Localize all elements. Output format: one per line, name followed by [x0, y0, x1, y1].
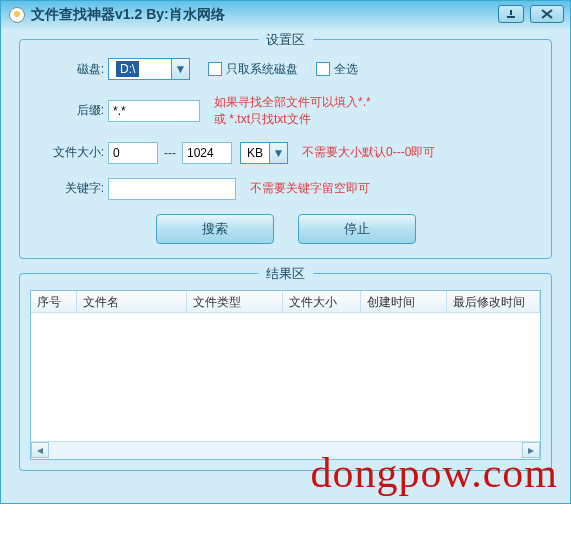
settings-legend: 设置区 — [258, 31, 313, 49]
suffix-hint: 如果寻找全部文件可以填入*.* 或 *.txt只找txt文件 — [214, 94, 371, 128]
size-unit-value: KB — [241, 146, 269, 160]
settings-fieldset: 设置区 磁盘: D:\ ▼ 只取系统磁盘 全选 后缀: 如果寻找全部文件可以填入… — [19, 39, 552, 259]
search-button[interactable]: 搜索 — [156, 214, 274, 244]
tray-icon — [506, 9, 516, 19]
scroll-left-icon[interactable]: ◂ — [31, 442, 49, 458]
keyword-hint: 不需要关键字留空即可 — [250, 180, 370, 197]
select-all-checkbox[interactable] — [316, 62, 330, 76]
app-icon — [9, 7, 25, 23]
size-dash: --- — [164, 146, 176, 160]
close-icon — [541, 9, 553, 19]
size-unit-select[interactable]: KB ▼ — [240, 142, 288, 164]
col-size[interactable]: 文件大小 — [283, 291, 361, 312]
disk-select[interactable]: D:\ ▼ — [108, 58, 190, 80]
suffix-input[interactable] — [108, 100, 200, 122]
col-ctime[interactable]: 创建时间 — [361, 291, 447, 312]
scroll-track[interactable] — [49, 442, 522, 458]
col-seq[interactable]: 序号 — [31, 291, 77, 312]
disk-label: 磁盘: — [34, 61, 108, 78]
results-body — [31, 313, 540, 441]
disk-value: D:\ — [116, 61, 139, 77]
dropdown-arrow-icon[interactable]: ▼ — [269, 143, 287, 163]
button-row: 搜索 停止 — [34, 214, 537, 244]
col-name[interactable]: 文件名 — [77, 291, 187, 312]
results-fieldset: 结果区 序号 文件名 文件类型 文件大小 创建时间 最后修改时间 ◂ ▸ — [19, 273, 552, 471]
keyword-row: 关键字: 不需要关键字留空即可 — [34, 178, 537, 200]
results-legend: 结果区 — [258, 265, 313, 283]
window-title: 文件查找神器v1.2 By:肖水网络 — [31, 6, 225, 24]
suffix-row: 后缀: 如果寻找全部文件可以填入*.* 或 *.txt只找txt文件 — [34, 94, 537, 128]
stop-button[interactable]: 停止 — [298, 214, 416, 244]
size-max-input[interactable] — [182, 142, 232, 164]
body: 设置区 磁盘: D:\ ▼ 只取系统磁盘 全选 后缀: 如果寻找全部文件可以填入… — [1, 29, 570, 503]
window-controls — [498, 5, 564, 23]
size-min-input[interactable] — [108, 142, 158, 164]
system-disk-label: 只取系统磁盘 — [226, 61, 298, 78]
size-hint: 不需要大小默认0---0即可 — [302, 144, 435, 161]
results-table: 序号 文件名 文件类型 文件大小 创建时间 最后修改时间 ◂ ▸ — [30, 290, 541, 460]
minimize-button[interactable] — [498, 5, 524, 23]
horizontal-scrollbar[interactable]: ◂ ▸ — [31, 441, 540, 459]
size-label: 文件大小: — [34, 144, 108, 161]
app-window: 文件查找神器v1.2 By:肖水网络 设置区 磁盘: D:\ ▼ 只取系统磁盘 — [0, 0, 571, 504]
dropdown-arrow-icon[interactable]: ▼ — [171, 59, 189, 79]
system-disk-checkbox[interactable] — [208, 62, 222, 76]
keyword-input[interactable] — [108, 178, 236, 200]
results-header: 序号 文件名 文件类型 文件大小 创建时间 最后修改时间 — [31, 291, 540, 313]
col-mtime[interactable]: 最后修改时间 — [447, 291, 540, 312]
keyword-label: 关键字: — [34, 180, 108, 197]
close-button[interactable] — [530, 5, 564, 23]
select-all-label: 全选 — [334, 61, 358, 78]
disk-row: 磁盘: D:\ ▼ 只取系统磁盘 全选 — [34, 58, 537, 80]
titlebar: 文件查找神器v1.2 By:肖水网络 — [1, 1, 570, 29]
size-row: 文件大小: --- KB ▼ 不需要大小默认0---0即可 — [34, 142, 537, 164]
suffix-label: 后缀: — [34, 102, 108, 119]
col-type[interactable]: 文件类型 — [187, 291, 283, 312]
scroll-right-icon[interactable]: ▸ — [522, 442, 540, 458]
